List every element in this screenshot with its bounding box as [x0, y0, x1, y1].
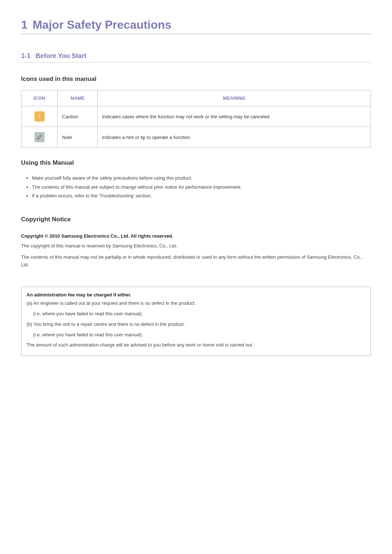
chapter-title-text: Major Safety Precautions: [33, 18, 171, 31]
caution-icon: !: [34, 111, 45, 122]
chapter-title: 1Major Safety Precautions: [21, 18, 371, 34]
icon-meaning: Indicates a hint or tip to operate a fun…: [98, 127, 371, 148]
section-title: 1-1Before You Start: [21, 52, 371, 62]
list-item: Make yourself fully aware of the safety …: [32, 174, 371, 183]
list-item: If a problem occurs, refer to the 'Troub…: [32, 192, 371, 201]
fee-line-b: (b) You bring the unit to a repair centr…: [26, 320, 366, 329]
chapter-number: 1: [21, 18, 28, 31]
icons-table-heading: Icons used in this manual: [21, 75, 371, 83]
fee-line-final: The amount of such administration charge…: [26, 341, 366, 350]
section-title-text: Before You Start: [36, 52, 86, 59]
icons-table: ICON NAME MEANING ! Caution Indicates ca…: [21, 90, 371, 148]
copyright-bold-line: Copyright © 2010 Samsung Electronics Co.…: [21, 233, 371, 239]
using-manual-list: Make yourself fully aware of the safety …: [21, 174, 371, 201]
fee-line-a-sub: (i.e. where you have failed to read this…: [26, 309, 366, 319]
copyright-paragraph: The copyright of this manual is reserved…: [21, 242, 371, 250]
icon-name: Caution: [58, 106, 98, 127]
table-row: ! Caution Indicates cases where the func…: [21, 106, 371, 127]
fee-box-heading: An administration fee may be charged if …: [26, 292, 366, 297]
table-row: Note Indicates a hint or tip to operate …: [21, 127, 371, 148]
col-meaning: MEANING: [98, 90, 371, 106]
pencil-icon: [37, 134, 42, 140]
table-header-row: ICON NAME MEANING: [21, 90, 371, 106]
copyright-heading: Copyright Notice: [21, 216, 371, 223]
icon-cell: !: [21, 106, 58, 127]
admin-fee-box: An administration fee may be charged if …: [21, 287, 371, 356]
icon-cell: [21, 127, 58, 148]
copyright-paragraph: The contents of this manual may not be p…: [21, 254, 371, 269]
col-icon: ICON: [21, 90, 58, 106]
col-name: NAME: [58, 90, 98, 106]
icon-name: Note: [58, 127, 98, 148]
list-item: The contents of this manual are subject …: [32, 183, 371, 192]
fee-line-b-sub: (i.e. where you have failed to read this…: [26, 331, 366, 340]
note-icon: [34, 132, 45, 142]
section-number: 1-1: [21, 52, 30, 59]
icon-meaning: Indicates cases where the function may n…: [98, 106, 371, 127]
fee-line-a: (a) An engineer is called out at your re…: [26, 299, 366, 308]
using-manual-heading: Using this Manual: [21, 159, 371, 167]
